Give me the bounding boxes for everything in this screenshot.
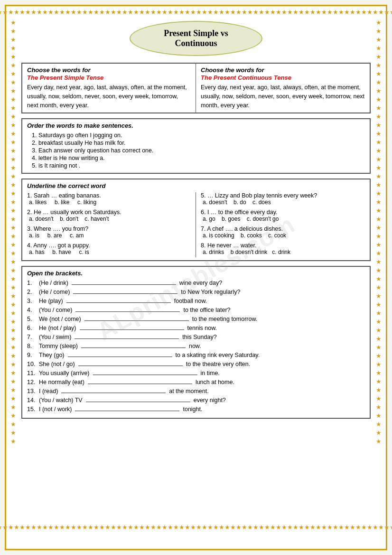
title-line2: Continuous: [140, 38, 252, 48]
list-item: breakfast usually He has milk for.: [38, 140, 365, 146]
bracket-suffix: to New York regularly?: [181, 289, 240, 295]
bracket-prefix: Tommy (sleep): [39, 343, 78, 349]
bracket-item: 3.He (play)football now.: [27, 298, 365, 304]
bracket-prefix: He (play): [39, 298, 63, 304]
underline-right-col: 5. … Lizzy and Bob play tennis every wee…: [196, 192, 365, 257]
bracket-blank: [84, 320, 189, 321]
underline-o2: a. doesn't b. don't c. haven't: [27, 216, 191, 222]
bracket-prefix: They (go): [39, 352, 65, 358]
right-star-column: ★★★★★★★★★★★★★★★★★★★★★★★★★★★★★★★★★★★★★★★★…: [373, 18, 384, 521]
order-words-section: Order the words to make sentences. Satur…: [21, 118, 371, 174]
bracket-item: 2.(He / come)to New York regularly?: [27, 289, 365, 295]
bracket-num: 10.: [27, 361, 37, 367]
bracket-suffix: to the office later?: [183, 307, 230, 313]
underline-item-7: 7. A chef …. a delicious dishes. a. is c…: [201, 226, 365, 239]
choose-continuous-subtitle: The Present Continuous Tense: [201, 74, 365, 81]
choose-simple-col: Choose the words for The Present Simple …: [22, 64, 196, 113]
order-words-label: Order the words to make sentences.: [27, 122, 365, 129]
bracket-blank: [81, 348, 186, 348]
bracket-item: 14.(You / watch) TVevery night?: [27, 397, 365, 404]
bracket-suffix: in time.: [201, 370, 220, 376]
title-oval: Present Simple vs Continuous: [130, 21, 262, 56]
order-words-list: Saturdays go often I jogging on. breakfa…: [27, 132, 365, 169]
underline-left-col: 1. Sarah … eating bananas. a. likes b. l…: [27, 192, 196, 257]
bracket-suffix: lunch at home.: [196, 379, 234, 386]
underline-o4: a. has b. have c. is: [27, 249, 191, 255]
underline-item-1: 1. Sarah … eating bananas. a. likes b. l…: [27, 192, 191, 206]
bracket-item: 12.He normally (eat)lunch at home.: [27, 379, 365, 386]
underline-o6: a. go b. goes c. doesn't go: [201, 216, 365, 222]
bracket-item: 15.I (not / work)tonight.: [27, 406, 365, 413]
choose-continuous-body: Every day, next year, ago, last, always,…: [201, 83, 365, 110]
top-star-row: ★★★★★★★★★★★★★★★★★★★★★★★★★★★★★★★★★★★★★★★★…: [8, 8, 384, 16]
bracket-num: 13.: [27, 388, 37, 395]
list-item: is It raining not .: [38, 162, 365, 169]
bracket-item: 8.Tommy (sleep)now.: [27, 343, 365, 349]
bracket-num: 11.: [27, 370, 37, 376]
bracket-item: 10.She (not / go)to the theatre very oft…: [27, 361, 365, 367]
bracket-item: 13.I (read)at the moment.: [27, 388, 365, 395]
bracket-num: 12.: [27, 379, 37, 386]
underline-q3: 3. Where …. you from?: [27, 226, 191, 232]
bracket-prefix: I (read): [39, 388, 58, 395]
underline-item-4: 4. Anny …. got a puppy. a. has b. have c…: [27, 242, 191, 255]
bracket-blank: [78, 366, 183, 366]
bracket-num: 6.: [27, 325, 37, 331]
bracket-blank: [61, 393, 166, 393]
bracket-blank: [66, 302, 171, 303]
bracket-item: 9.They (go)to a skating rink every Satur…: [27, 352, 365, 358]
bracket-suffix: tennis now.: [187, 325, 217, 331]
underline-section: Underline the correct word 1. Sarah … ea…: [21, 179, 371, 261]
underline-label: Underline the correct word: [27, 182, 365, 189]
bracket-prefix: (He / come): [39, 289, 70, 295]
underline-q8: 8. He never … water.: [201, 242, 365, 249]
brackets-list: 1.(He / drink)wine every day?2.(He / com…: [27, 280, 365, 413]
bracket-blank: [88, 384, 192, 384]
bracket-suffix: this Sunday?: [182, 334, 216, 340]
bracket-blank: [75, 411, 179, 411]
bracket-blank: [72, 284, 176, 285]
bracket-suffix: tonight.: [183, 406, 202, 413]
underline-item-3: 3. Where …. you from? a. is b. are c. am: [27, 226, 191, 239]
choose-simple-title: Choose the words for: [27, 66, 191, 74]
bracket-prefix: She (not / go): [39, 361, 75, 367]
left-star-column: ★★★★★★★★★★★★★★★★★★★★★★★★★★★★★★★★★★★★★★★★…: [8, 18, 19, 521]
underline-item-2: 2. He … usually work on Saturdays. a. do…: [27, 209, 191, 222]
bracket-prefix: He normally (eat): [39, 379, 84, 386]
bracket-num: 5.: [27, 316, 37, 322]
bracket-num: 14.: [27, 397, 37, 404]
bracket-num: 7.: [27, 334, 37, 340]
bracket-prefix: (You / come): [39, 307, 72, 313]
underline-q6: 6. I … to the office every day.: [201, 209, 365, 216]
bracket-prefix: (He / drink): [39, 280, 68, 286]
underline-o8: a. drinks b doesn't drink c. drink: [201, 249, 365, 255]
choose-continuous-col: Choose the words for The Present Continu…: [196, 64, 370, 113]
underline-item-6: 6. I … to the office every day. a. go b.…: [201, 209, 365, 222]
bracket-suffix: every night?: [194, 397, 226, 404]
bracket-suffix: wine every day?: [179, 280, 222, 286]
bracket-suffix: now.: [189, 343, 201, 349]
list-item: Saturdays go often I jogging on.: [38, 132, 365, 139]
bracket-item: 1.(He / drink)wine every day?: [27, 280, 365, 286]
underline-item-8: 8. He never … water. a. drinks b doesn't…: [201, 242, 365, 255]
bracket-prefix: We (not / come): [39, 316, 81, 322]
bottom-star-row: ★★★★★★★★★★★★★★★★★★★★★★★★★★★★★★★★★★★★★★★★…: [8, 523, 384, 531]
bracket-prefix: (You / watch) TV: [39, 397, 83, 404]
bracket-suffix: at the moment.: [169, 388, 208, 395]
bracket-blank: [93, 375, 197, 375]
bracket-prefix: You usually (arrive): [39, 370, 90, 376]
bracket-item: 5.We (not / come)to the meeting tomorrow…: [27, 316, 365, 322]
underline-q5: 5. … Lizzy and Bob play tennis every wee…: [201, 192, 365, 199]
open-brackets-section: Open the brackets. 1.(He / drink)wine ev…: [21, 266, 371, 419]
underline-q2: 2. He … usually work on Saturdays.: [27, 209, 191, 216]
open-brackets-label: Open the brackets.: [27, 270, 365, 277]
list-item: letter is He now writing a.: [38, 155, 365, 161]
bracket-prefix: He (not / play): [39, 325, 76, 331]
bracket-num: 8.: [27, 343, 37, 349]
choose-words-section: Choose the words for The Present Simple …: [21, 63, 371, 113]
title-line1: Present Simple vs: [140, 28, 252, 38]
bracket-blank: [75, 311, 180, 312]
bracket-num: 9.: [27, 352, 37, 358]
bracket-blank: [75, 339, 179, 339]
bracket-num: 1.: [27, 280, 37, 286]
